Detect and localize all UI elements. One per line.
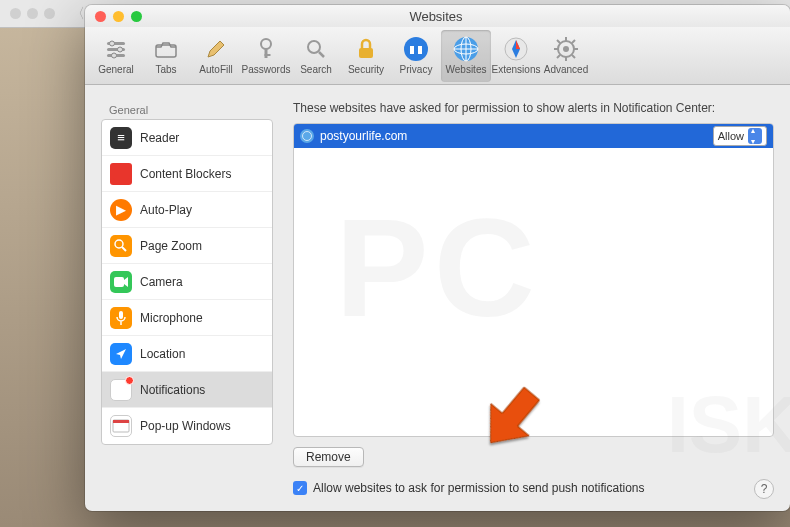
sidebar-header: General — [101, 101, 273, 119]
website-list[interactable]: postyourlife.com Allow — [293, 123, 774, 437]
tab-advanced[interactable]: Advanced — [541, 30, 591, 82]
website-row[interactable]: postyourlife.com Allow — [294, 124, 773, 148]
sidebar-item-autoplay[interactable]: ▶ Auto-Play — [102, 192, 272, 228]
sidebar-item-camera[interactable]: Camera — [102, 264, 272, 300]
titlebar: Websites — [85, 5, 790, 27]
svg-point-7 — [261, 39, 271, 49]
instruction-text: These websites have asked for permission… — [293, 101, 774, 115]
key-icon — [253, 36, 279, 62]
svg-rect-8 — [265, 48, 268, 58]
svg-rect-9 — [265, 54, 271, 56]
svg-point-3 — [110, 41, 115, 46]
tab-extensions[interactable]: Extensions — [491, 30, 541, 82]
gear-icon — [553, 36, 579, 62]
svg-line-29 — [557, 55, 560, 58]
help-button[interactable]: ? — [754, 479, 774, 499]
svg-rect-36 — [113, 420, 129, 423]
compass-icon — [503, 36, 529, 62]
sidebar-item-popup-windows[interactable]: Pop-up Windows — [102, 408, 272, 444]
lock-icon — [353, 36, 379, 62]
svg-rect-12 — [359, 48, 373, 58]
camera-icon — [110, 271, 132, 293]
sidebar-item-label: Pop-up Windows — [140, 419, 231, 433]
privacy-icon — [403, 36, 429, 62]
svg-marker-30 — [113, 166, 129, 182]
svg-rect-33 — [114, 277, 124, 287]
reader-icon: ≡ — [110, 127, 132, 149]
sidebar-item-notifications[interactable]: Notifications — [102, 372, 272, 408]
allow-checkbox[interactable]: ✓ — [293, 481, 307, 495]
sidebar-item-label: Page Zoom — [140, 239, 202, 253]
zoom-icon — [110, 235, 132, 257]
svg-line-11 — [319, 52, 324, 57]
sidebar-item-label: Microphone — [140, 311, 203, 325]
tab-search[interactable]: Search — [291, 30, 341, 82]
microphone-icon — [110, 307, 132, 329]
sidebar-item-label: Auto-Play — [140, 203, 192, 217]
svg-line-28 — [572, 40, 575, 43]
remove-button[interactable]: Remove — [293, 447, 364, 467]
stop-icon — [110, 163, 132, 185]
sidebar-item-label: Content Blockers — [140, 167, 231, 181]
play-icon: ▶ — [110, 199, 132, 221]
tab-passwords[interactable]: Passwords — [241, 30, 291, 82]
tab-security[interactable]: Security — [341, 30, 391, 82]
search-icon — [303, 36, 329, 62]
sidebar-item-label: Reader — [140, 131, 179, 145]
preferences-window: PC ISK Websites General Tabs AutoFill Pa… — [85, 5, 790, 511]
window-title: Websites — [92, 9, 780, 24]
notification-badge — [125, 376, 134, 385]
tab-general[interactable]: General — [91, 30, 141, 82]
svg-point-5 — [112, 53, 117, 58]
sidebar-item-content-blockers[interactable]: Content Blockers — [102, 156, 272, 192]
svg-point-31 — [115, 240, 123, 248]
svg-point-13 — [404, 37, 428, 61]
switches-icon — [103, 36, 129, 62]
tab-privacy[interactable]: Privacy — [391, 30, 441, 82]
svg-point-4 — [118, 47, 123, 52]
pencil-icon — [203, 36, 229, 62]
svg-line-27 — [572, 55, 575, 58]
sidebar-item-label: Notifications — [140, 383, 205, 397]
website-name: postyourlife.com — [320, 129, 713, 143]
tab-tabs[interactable]: Tabs — [141, 30, 191, 82]
preferences-toolbar: General Tabs AutoFill Passwords Search S… — [85, 27, 790, 85]
main-panel: These websites have asked for permission… — [293, 101, 774, 495]
browser-dot — [27, 8, 38, 19]
back-icon[interactable]: 〈 — [71, 5, 85, 23]
sidebar-item-microphone[interactable]: Microphone — [102, 300, 272, 336]
svg-point-21 — [563, 46, 569, 52]
globe-icon — [300, 129, 314, 143]
sidebar-item-reader[interactable]: ≡ Reader — [102, 120, 272, 156]
globe-icon — [453, 36, 479, 62]
browser-dot — [10, 8, 21, 19]
stepper-icon — [748, 128, 762, 144]
sidebar-item-label: Location — [140, 347, 185, 361]
sidebar-item-page-zoom[interactable]: Page Zoom — [102, 228, 272, 264]
browser-dot — [44, 8, 55, 19]
sidebar-item-label: Camera — [140, 275, 183, 289]
location-icon — [110, 343, 132, 365]
svg-line-32 — [122, 247, 126, 251]
permission-select[interactable]: Allow — [713, 126, 767, 146]
tab-autofill[interactable]: AutoFill — [191, 30, 241, 82]
tab-websites[interactable]: Websites — [441, 30, 491, 82]
svg-line-26 — [557, 40, 560, 43]
sidebar: General ≡ Reader Content Blockers ▶ Auto… — [101, 101, 273, 495]
svg-point-10 — [308, 41, 320, 53]
window-icon — [110, 415, 132, 437]
tabs-icon — [153, 36, 179, 62]
sidebar-item-location[interactable]: Location — [102, 336, 272, 372]
checkbox-label: Allow websites to ask for permission to … — [313, 481, 645, 495]
svg-rect-34 — [119, 311, 123, 319]
